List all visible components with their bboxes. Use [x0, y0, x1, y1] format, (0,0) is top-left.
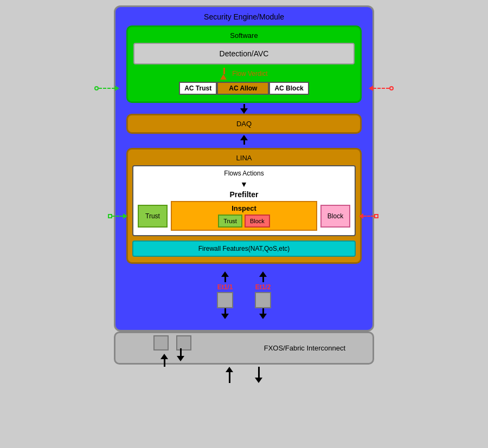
software-box: Software Detection/AVC Flow Verdict [126, 25, 362, 103]
right-block-connector [359, 213, 378, 219]
ac-allow-button[interactable]: AC Allow [217, 82, 269, 95]
trust-with-connector: Trust [138, 205, 168, 228]
software-to-daq-arrow [126, 104, 362, 114]
ac-row-wrapper: AC Trust AC Allow AC Block [133, 82, 355, 95]
down-arrow-et2 [259, 308, 267, 319]
down-arrow-et1 [221, 308, 229, 319]
fxos-title: FXOS/Fabric Interconnect [264, 344, 345, 352]
prefilter-label: Prefilter [138, 190, 350, 199]
interface-row: Et1/1 Et1/2 [126, 271, 362, 319]
right-ac-connector [369, 86, 394, 91]
trust-box: Trust [138, 205, 168, 228]
fxos-box: FXOS/Fabric Interconnect [114, 332, 374, 365]
bottom-arrows [103, 367, 385, 383]
fxos-ports [153, 335, 191, 361]
up-arrow-et1 [221, 271, 229, 282]
ac-block-button[interactable]: AC Block [269, 82, 309, 95]
software-title: Software [133, 31, 355, 40]
fxos-section: FXOS/Fabric Interconnect [103, 332, 385, 365]
interface-et1-1: Et1/1 [217, 271, 233, 319]
et12-label: Et1/2 [255, 283, 271, 291]
ac-row: AC Trust AC Allow AC Block [133, 82, 355, 95]
inspect-block-box: Block [245, 215, 270, 228]
lina-title: LINA [132, 154, 356, 162]
security-engine-title: Security Engine/Module [126, 12, 362, 21]
detection-box: Detection/AVC [133, 43, 355, 64]
firewall-box: Firewall Features(NAT,QoS,etc) [132, 241, 356, 257]
block-box: Block [320, 205, 350, 228]
fxos-port-row [153, 335, 191, 350]
prefilter-row: Trust Inspect Trust Block Bloc [138, 201, 350, 231]
port-box-et12 [255, 292, 271, 308]
interface-et1-2: Et1/2 [255, 271, 271, 319]
flow-verdict-row: Flow Verdict [133, 68, 355, 80]
left-trust-connector [108, 213, 127, 219]
outer-wrapper: Software request flow trusted Software r… [103, 5, 385, 383]
bottom-arrow-up [226, 367, 233, 383]
left-ac-connector [94, 86, 119, 91]
daq-box: DAQ [126, 114, 362, 134]
fxos-arrow-down [177, 348, 184, 361]
et11-label: Et1/1 [217, 283, 233, 291]
fxos-arrow-up [160, 354, 168, 367]
lina-box: LINA Flows Actions ▼ Prefilter [126, 148, 362, 264]
inspect-sub-row: Trust Block [175, 215, 313, 228]
fxos-port-1 [153, 335, 169, 350]
security-engine-box: Security Engine/Module Software Detectio… [114, 5, 374, 332]
inspect-group: Inspect Trust Block [171, 201, 317, 231]
lina-to-daq-arrow [126, 135, 362, 145]
inspect-label: Inspect [175, 204, 313, 212]
flow-verdict-label: Flow Verdict [232, 70, 267, 77]
flows-actions-title: Flows Actions [138, 170, 350, 177]
ac-trust-button[interactable]: AC Trust [179, 82, 217, 95]
up-arrow-et2 [259, 271, 267, 282]
port-box-et11 [217, 292, 233, 308]
block-with-connector: Block [320, 205, 350, 228]
full-diagram: Software request flow trusted Software r… [103, 5, 385, 383]
flows-arrow: ▼ [138, 179, 350, 189]
bottom-arrow-down [255, 367, 262, 383]
inspect-trust-box: Trust [218, 215, 242, 228]
flows-box: Flows Actions ▼ Prefilter [132, 165, 356, 236]
